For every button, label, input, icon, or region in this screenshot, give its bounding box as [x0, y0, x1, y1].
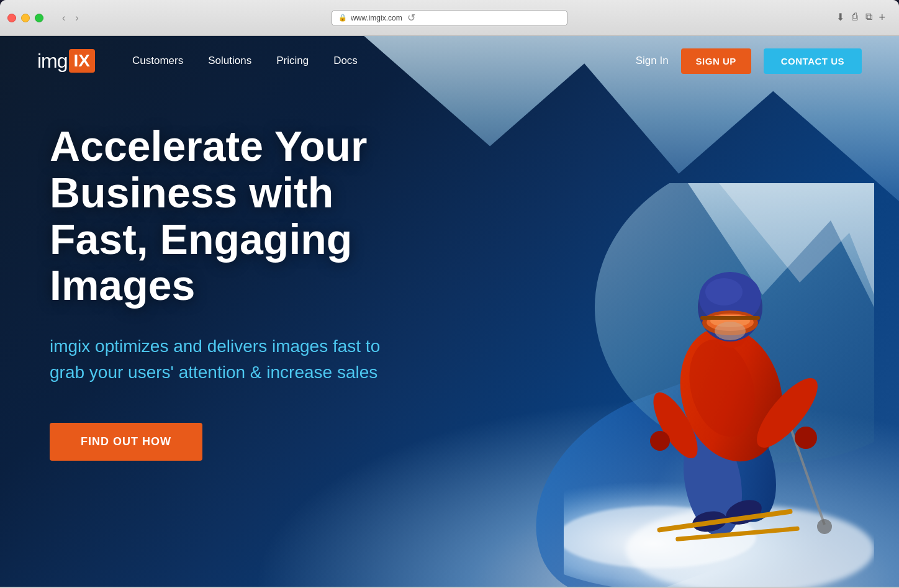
sidebar-item-customers[interactable]: Customers — [132, 55, 183, 67]
signup-button[interactable]: SIGN UP — [681, 48, 751, 74]
svg-point-19 — [650, 431, 670, 451]
logo-text: img — [37, 50, 68, 73]
svg-rect-27 — [700, 316, 760, 320]
sidebar-item-pricing[interactable]: Pricing — [276, 55, 309, 67]
add-tab-button[interactable]: + — [879, 11, 885, 24]
nav-right: Sign In SIGN UP CONTACT US — [636, 48, 862, 74]
sign-in-link[interactable]: Sign In — [636, 55, 669, 67]
browser-toolbar: ‹ › 🔒 www.imgix.com ↺ ⬇ ⎙ ⧉ + — [0, 0, 899, 36]
navbar: img IX Customers Solutions Pricing Docs — [0, 36, 899, 86]
minimize-button[interactable] — [21, 14, 30, 22]
website-content: img IX Customers Solutions Pricing Docs — [0, 36, 899, 587]
contact-us-button[interactable]: CONTACT US — [764, 48, 862, 74]
download-icon[interactable]: ⬇ — [836, 11, 844, 24]
window-icon[interactable]: ⧉ — [865, 11, 872, 24]
close-button[interactable] — [7, 14, 16, 22]
svg-point-13 — [817, 519, 832, 534]
skier-image — [564, 183, 874, 587]
url-text: www.imgix.com — [351, 14, 402, 22]
svg-point-18 — [795, 427, 817, 449]
logo-highlight: IX — [69, 49, 95, 73]
sidebar-item-solutions[interactable]: Solutions — [208, 55, 251, 67]
share-icon[interactable]: ⎙ — [852, 11, 858, 24]
forward-button[interactable]: › — [71, 11, 82, 25]
browser-window: ‹ › 🔒 www.imgix.com ↺ ⬇ ⎙ ⧉ + — [0, 0, 899, 588]
nav-link-solutions[interactable]: Solutions — [208, 55, 251, 66]
hero-section: Accelerate Your Business with Fast, Enga… — [0, 86, 466, 498]
hero-subtitle: imgix optimizes and delivers images fast… — [50, 333, 416, 386]
nav-buttons: ‹ › — [58, 11, 83, 25]
nav-link-docs[interactable]: Docs — [333, 55, 358, 66]
lock-icon: 🔒 — [338, 14, 347, 22]
browser-actions: ⬇ ⎙ ⧉ + — [836, 11, 892, 24]
nav-links: Customers Solutions Pricing Docs — [132, 55, 636, 67]
url-bar[interactable]: 🔒 www.imgix.com ↺ — [332, 10, 567, 26]
svg-point-23 — [705, 278, 743, 305]
back-button[interactable]: ‹ — [58, 11, 69, 25]
hero-title: Accelerate Your Business with Fast, Enga… — [50, 123, 416, 309]
svg-point-28 — [715, 322, 746, 340]
reload-button[interactable]: ↺ — [407, 12, 415, 24]
cta-button[interactable]: FIND OUT HOW — [50, 423, 202, 461]
sidebar-item-docs[interactable]: Docs — [333, 55, 358, 67]
traffic-lights — [7, 14, 43, 22]
maximize-button[interactable] — [35, 14, 43, 22]
nav-link-pricing[interactable]: Pricing — [276, 55, 309, 66]
logo[interactable]: img IX — [37, 49, 95, 73]
nav-link-customers[interactable]: Customers — [132, 55, 183, 66]
